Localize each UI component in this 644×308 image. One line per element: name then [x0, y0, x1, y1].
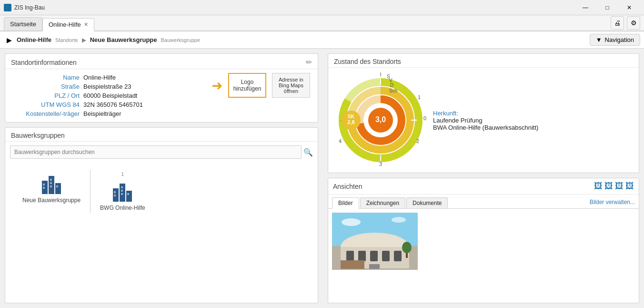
left-panel: Standortinformationen ✏ Name Online-Hilf…: [0, 49, 323, 308]
bilder-verwalten-link[interactable]: Bilder verwalten...: [590, 199, 635, 207]
tab-dokumente[interactable]: Dokumente: [406, 197, 448, 208]
image-icon-1[interactable]: 🖼: [594, 181, 603, 191]
svg-rect-2: [55, 183, 61, 194]
ansichten-title: Ansichten: [333, 183, 362, 190]
search-input[interactable]: [10, 145, 302, 159]
value-name: Online-Hilfe: [83, 74, 196, 81]
building-photo: [332, 213, 418, 270]
image-icon-4[interactable]: 🖼: [625, 181, 634, 191]
svg-text:SK: SK: [348, 114, 355, 119]
svg-point-46: [392, 217, 406, 223]
svg-text:1: 1: [418, 94, 421, 100]
building-icon-2: [111, 179, 134, 203]
print-button[interactable]: 🖨: [611, 16, 624, 30]
tab-bilder[interactable]: Bilder: [332, 197, 359, 209]
standortinfo-header: Standortinformationen ✏: [5, 54, 318, 69]
navigation-button[interactable]: ▼ Navigation: [590, 34, 640, 46]
breadcrumb-arrow: ▶: [82, 37, 86, 43]
svg-rect-15: [121, 190, 123, 192]
svg-rect-10: [120, 184, 125, 202]
svg-rect-53: [382, 251, 390, 261]
search-bar: 🔍: [5, 142, 318, 163]
building-photo-svg: [332, 213, 418, 270]
svg-rect-17: [127, 193, 129, 195]
bauwerksgruppen-header: Bauwerksgruppen: [5, 128, 318, 142]
svg-text:Sch: Sch: [389, 88, 397, 93]
value-plzort: 60000 Beispielstadt: [83, 92, 196, 99]
ansichten-header: Ansichten 🖼 🖼 🖼 🖼: [328, 178, 639, 195]
main-content: Standortinformationen ✏ Name Online-Hilf…: [0, 49, 644, 308]
zustand-info: Herkunft: Laufende Prüfung BWA Online-Hi…: [433, 110, 634, 131]
image-icon-2[interactable]: 🖼: [604, 181, 613, 191]
group-label-bwg: BWG Online-Hilfe: [100, 205, 145, 211]
svg-rect-5: [50, 179, 52, 181]
info-grid: Name Online-Hilfe Straße Beispielstraße …: [5, 69, 204, 122]
donut-svg: I S V D Sch 0 1 2 3 4 – SK 2,: [333, 72, 428, 168]
right-panel: Zustand des Standorts: [323, 49, 644, 308]
svg-text:3: 3: [379, 161, 382, 167]
search-icon[interactable]: 🔍: [303, 148, 313, 157]
svg-text:2: 2: [416, 138, 419, 144]
ansichten-icons: 🖼 🖼 🖼 🖼: [594, 181, 634, 191]
tab-bar: Startseite Online-Hilfe ✕ 🖨 ⚙: [0, 15, 644, 31]
breadcrumb-sub-2: Bauwerksgruppe: [161, 37, 201, 43]
svg-rect-11: [126, 191, 132, 202]
svg-rect-13: [114, 195, 116, 196]
bing-maps-button[interactable]: Adresse in Bing Maps öffnen: [272, 73, 310, 98]
svg-rect-52: [370, 251, 378, 261]
donut-chart: I S V D Sch 0 1 2 3 4 – SK 2,: [333, 72, 428, 168]
label-name: Name: [13, 74, 80, 81]
settings-button[interactable]: ⚙: [627, 16, 640, 30]
zustand-header: Zustand des Standorts: [328, 54, 639, 68]
tab-online-hilfe-label: Online-Hilfe: [49, 21, 81, 28]
maximize-button[interactable]: □: [596, 0, 618, 15]
logo-hinzufuegen-button[interactable]: Logo hinzufügen: [228, 73, 266, 98]
tab-close-icon[interactable]: ✕: [84, 21, 88, 28]
edit-icon[interactable]: ✏: [306, 58, 312, 67]
svg-text:0: 0: [423, 115, 426, 121]
bauwerksgruppen-card: Bauwerksgruppen 🔍: [5, 127, 318, 303]
building-icon-1: [40, 171, 63, 195]
group-item-neue[interactable]: Neue Bauwerksgruppe: [13, 167, 90, 207]
svg-text:I: I: [380, 72, 381, 77]
breadcrumb-online-hilfe: Online-Hilfe Standorte: [17, 36, 78, 43]
tab-startseite[interactable]: Startseite: [4, 17, 42, 31]
svg-point-45: [342, 218, 361, 226]
value-utm: 32N 365076 5465701: [83, 101, 196, 108]
svg-rect-51: [358, 251, 366, 261]
svg-rect-54: [394, 251, 402, 261]
groups-list: Neue Bauwerksgruppe 1: [5, 163, 318, 220]
minimize-button[interactable]: —: [574, 0, 596, 15]
group-label-neue: Neue Bauwerksgruppe: [22, 197, 80, 204]
window-controls: — □ ✕: [574, 0, 640, 15]
ansichten-card: Ansichten 🖼 🖼 🖼 🖼 Bilder Zeichnungen Dok…: [328, 178, 639, 303]
app-title: ZIS Ing-Bau: [14, 4, 574, 11]
play-button[interactable]: ▶: [4, 35, 15, 45]
image-icon-3[interactable]: 🖼: [615, 181, 624, 191]
label-strasse: Straße: [13, 83, 80, 90]
svg-rect-1: [49, 176, 54, 194]
group-num-bwg: 1: [121, 171, 124, 177]
svg-rect-6: [50, 182, 52, 184]
breadcrumb-main-2: Neue Bauwerksgruppe: [90, 36, 157, 43]
svg-point-58: [402, 242, 412, 253]
herkunft-sub: BWA Online-Hilfe (Bauwerksabschnitt): [433, 124, 538, 131]
svg-rect-14: [121, 186, 123, 188]
tab-startseite-label: Startseite: [10, 21, 36, 28]
close-button[interactable]: ✕: [618, 0, 640, 15]
zustand-title: Zustand des Standorts: [334, 58, 401, 65]
ansichten-body: [328, 209, 639, 274]
bauwerksgruppen-title: Bauwerksgruppen: [11, 132, 65, 139]
label-plzort: PLZ / Ort: [13, 92, 80, 99]
tab-online-hilfe[interactable]: Online-Hilfe ✕: [42, 18, 94, 31]
arrow-icon: ➜: [211, 78, 222, 93]
group-item-bwg[interactable]: 1 BWG Online-Hilfe: [91, 167, 155, 215]
zustand-content: I S V D Sch 0 1 2 3 4 – SK 2,: [328, 68, 639, 173]
svg-text:3,0: 3,0: [375, 115, 386, 123]
svg-text:D: D: [390, 82, 393, 88]
title-bar: ZIS Ing-Bau — □ ✕: [0, 0, 644, 15]
svg-rect-16: [121, 193, 123, 195]
tab-zeichnungen[interactable]: Zeichnungen: [360, 197, 405, 208]
svg-rect-8: [56, 185, 58, 187]
breadcrumb-sub-1: Standorte: [55, 37, 78, 43]
